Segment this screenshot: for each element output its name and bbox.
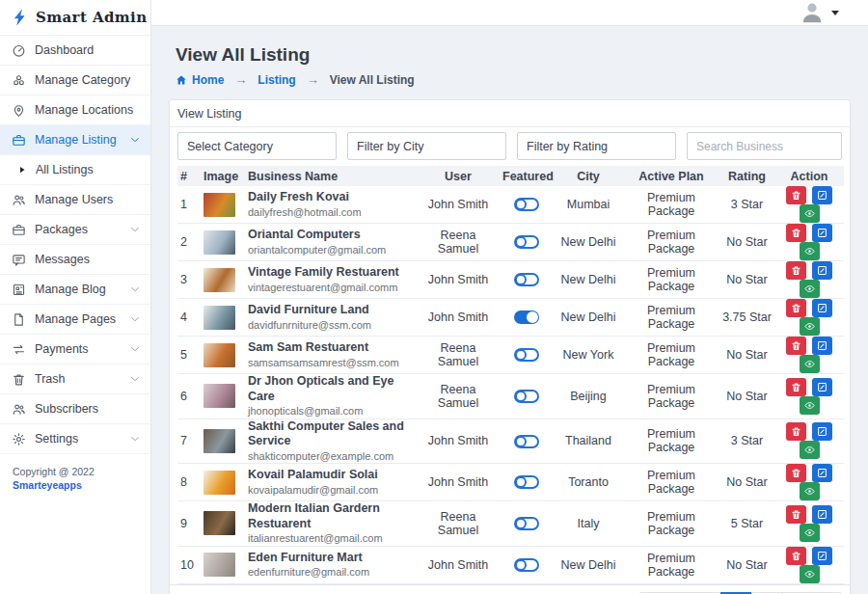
brand[interactable]: Smart Admin (0, 0, 150, 36)
active-plan: Premium Package (623, 261, 719, 299)
delete-button[interactable] (786, 505, 806, 524)
featured-toggle[interactable] (514, 198, 539, 211)
column-header-featured: Featured (500, 166, 554, 186)
breadcrumb-item-listing[interactable]: Listing (258, 73, 295, 87)
copyright-link[interactable]: Smarteyeapps (13, 479, 82, 491)
sidebar-item-label: Payments (35, 342, 89, 356)
city: Thailand (554, 418, 623, 464)
user-name: John Smith (417, 546, 500, 583)
delete-button[interactable] (786, 464, 806, 482)
column-header-rating: Rating (719, 166, 774, 186)
delete-button[interactable] (786, 299, 806, 317)
city: New Delhi (554, 261, 623, 299)
edit-button[interactable] (812, 464, 832, 482)
row-number: 3 (177, 261, 201, 299)
edit-button[interactable] (812, 422, 832, 441)
row-number: 6 (177, 374, 201, 419)
sidebar-item-manage-pages[interactable]: Manage Pages (0, 305, 150, 335)
business-email: kovaipalamudir@gmail.com (248, 483, 414, 497)
sidebar-item-payments[interactable]: Payments (0, 335, 150, 364)
view-button[interactable] (800, 565, 820, 583)
sidebar-item-manage-locations[interactable]: Manage Locations (0, 95, 150, 125)
view-button[interactable] (800, 524, 820, 542)
city-filter-select[interactable]: Filter by City (347, 132, 506, 160)
page-icon (12, 312, 26, 327)
category-filter-select[interactable]: Select Category (177, 132, 337, 160)
view-button[interactable] (800, 482, 820, 500)
user-menu[interactable] (800, 0, 839, 25)
sidebar-item-label: Manage Locations (35, 103, 133, 117)
trash-icon (12, 372, 26, 387)
view-button[interactable] (800, 242, 820, 260)
featured-toggle[interactable] (514, 435, 539, 448)
delete-button[interactable] (786, 337, 806, 355)
rating: 3 Star (719, 186, 774, 224)
sidebar-item-trash[interactable]: Trash (0, 364, 150, 394)
briefcase-icon (12, 133, 26, 148)
edit-button[interactable] (812, 261, 832, 280)
view-button[interactable] (800, 396, 820, 415)
edit-button[interactable] (812, 547, 832, 565)
featured-toggle[interactable] (514, 390, 539, 403)
search-business-input[interactable] (687, 132, 842, 160)
view-button[interactable] (800, 280, 820, 298)
user-name: Reena Samuel (417, 224, 500, 261)
sidebar-item-label: Packages (35, 223, 88, 236)
chevron-down-icon (129, 224, 141, 235)
delete-button[interactable] (786, 422, 806, 441)
edit-button[interactable] (812, 337, 832, 355)
edit-button[interactable] (812, 186, 832, 204)
location-pin-icon (12, 103, 26, 118)
featured-toggle[interactable] (514, 273, 539, 286)
user-name: Reena Samuel (417, 337, 500, 374)
delete-button[interactable] (786, 378, 806, 396)
city: Toranto (554, 464, 623, 501)
sidebar-item-subscribers[interactable]: Subscribers (0, 394, 150, 424)
sidebar-item-manage-category[interactable]: Manage Category (0, 66, 150, 95)
row-number: 8 (177, 464, 201, 501)
sidebar-item-all-listings[interactable]: All Listings (0, 155, 150, 185)
edit-button[interactable] (812, 224, 832, 242)
brand-name: Smart Admin (36, 9, 147, 26)
delete-button[interactable] (786, 186, 806, 204)
sidebar-item-packages[interactable]: Packages (0, 215, 150, 245)
business-name: Oriantal Computers (248, 228, 414, 243)
featured-toggle[interactable] (514, 348, 539, 362)
featured-toggle[interactable] (514, 517, 539, 530)
featured-toggle[interactable] (514, 235, 539, 249)
user-name: John Smith (417, 261, 500, 299)
featured-toggle[interactable] (514, 558, 539, 572)
view-button[interactable] (800, 441, 820, 459)
breadcrumb-item-home[interactable]: Home (176, 73, 224, 87)
sidebar-item-messages[interactable]: Messages (0, 245, 150, 275)
business-name: Dr Jhon Opticals and Eye Care (248, 374, 414, 404)
featured-toggle[interactable] (514, 310, 539, 324)
rating: No Star (719, 374, 774, 419)
rating-filter-select[interactable]: Filter by Rating (517, 132, 676, 160)
filter-bar: Select Category Filter by City Filter by… (170, 127, 850, 166)
user-name: Reena Samuel (417, 374, 500, 419)
active-plan: Premium Package (623, 374, 719, 419)
business-name: Sam Sam Restuarent (248, 340, 414, 356)
listing-thumbnail (203, 230, 235, 255)
edit-button[interactable] (812, 299, 832, 317)
sidebar-item-settings[interactable]: Settings (0, 424, 150, 454)
sidebar-item-dashboard[interactable]: Dashboard (0, 36, 150, 66)
delete-button[interactable] (786, 547, 806, 565)
rating: No Star (719, 224, 774, 261)
edit-button[interactable] (812, 378, 832, 396)
view-button[interactable] (800, 355, 820, 373)
category-icon (12, 73, 26, 88)
view-button[interactable] (800, 317, 820, 336)
sidebar-item-manage-listing[interactable]: Manage Listing (0, 125, 150, 155)
sidebar-item-manage-blog[interactable]: Manage Blog (0, 275, 150, 305)
delete-button[interactable] (786, 224, 806, 242)
featured-toggle[interactable] (514, 475, 539, 489)
delete-button[interactable] (786, 261, 806, 280)
row-number: 2 (177, 224, 201, 261)
sidebar-item-manage-users[interactable]: Manage Users (0, 185, 150, 215)
edit-button[interactable] (812, 505, 832, 524)
caret-down-icon (831, 11, 839, 15)
listing-thumbnail (203, 193, 235, 217)
view-button[interactable] (800, 204, 820, 223)
